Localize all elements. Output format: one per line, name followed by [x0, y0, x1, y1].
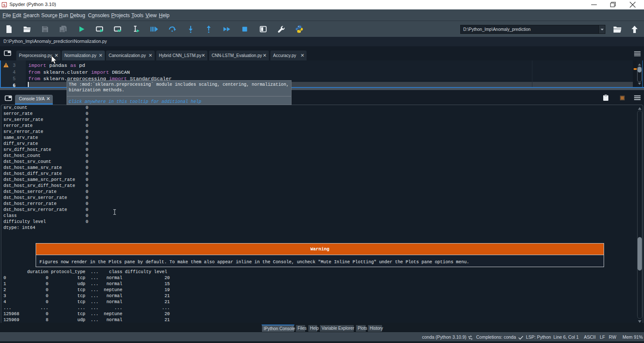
svg-text:S: S [3, 3, 5, 7]
